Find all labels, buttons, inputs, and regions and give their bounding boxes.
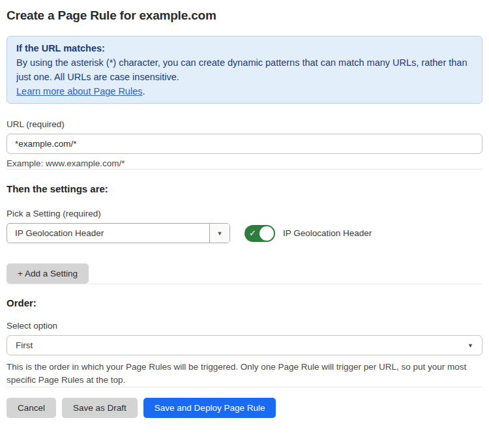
url-label: URL (required) [7,119,482,130]
setting-row: IP Geolocation Header ▼ ✓ IP Geolocation… [7,223,482,243]
save-deploy-button[interactable]: Save and Deploy Page Rule [143,398,276,418]
divider [7,387,482,387]
url-input[interactable] [7,134,482,154]
setting-picker-label: Pick a Setting (required) [7,208,482,219]
order-helper-text: This is the order in which your Page Rul… [7,361,482,387]
setting-dropdown[interactable]: IP Geolocation Header ▼ [7,223,230,243]
order-section-heading: Order: [7,297,482,309]
url-helper-text: Example: www.example.com/* [7,158,482,169]
select-caret-icon: ▼ [467,342,473,349]
create-page-rule-form: Create a Page Rule for example.com If th… [0,0,489,418]
cancel-button[interactable]: Cancel [7,398,56,418]
setting-toggle[interactable]: ✓ [244,225,275,242]
order-select-label: Select option [7,320,482,331]
info-box-link-line: Learn more about Page Rules. [16,84,473,98]
add-setting-button[interactable]: + Add a Setting [7,263,89,284]
setting-toggle-label: IP Geolocation Header [283,228,372,238]
info-box-body: By using the asterisk (*) character, you… [16,55,473,84]
dropdown-caret-icon[interactable]: ▼ [209,224,230,243]
link-period: . [142,86,145,97]
learn-more-link[interactable]: Learn more about Page Rules [16,86,142,97]
settings-section-heading: Then the settings are: [7,183,482,195]
info-box-heading: If the URL matches: [16,41,473,55]
action-buttons-row: Cancel Save as Draft Save and Deploy Pag… [7,398,482,418]
divider [7,284,482,284]
order-select[interactable]: First ▼ [7,335,482,355]
url-match-info-box: If the URL matches: By using the asteris… [7,36,482,104]
save-draft-button[interactable]: Save as Draft [62,398,138,418]
setting-dropdown-value: IP Geolocation Header [7,224,209,243]
toggle-knob [259,226,274,241]
divider [7,169,482,170]
page-title: Create a Page Rule for example.com [7,8,482,23]
order-select-value: First [16,340,33,350]
toggle-check-icon: ✓ [249,229,256,237]
